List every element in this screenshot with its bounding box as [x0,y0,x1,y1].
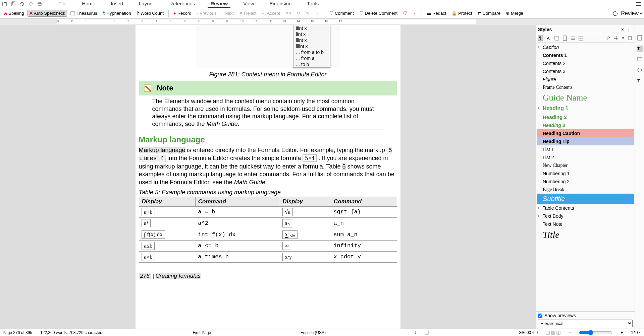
horizontal-ruler[interactable]: 3211234567891011121314151617 [57,19,476,24]
style-item-caption[interactable]: ›Caption [537,43,634,51]
zoom-slider[interactable] [579,330,612,335]
chevron-right-icon[interactable]: › [538,45,539,49]
close-icon[interactable]: × [620,27,625,32]
comment-button[interactable]: 🗨Comment [327,10,356,17]
redo-icon[interactable] [28,1,34,7]
style-item-contents-3[interactable]: Contents 3 [537,67,634,75]
character-styles-icon[interactable]: A [546,36,551,41]
style-item-text-note[interactable]: Text Note [537,220,634,228]
style-item-heading-3[interactable]: Heading 3 [537,121,634,129]
view-mode-icons[interactable] [546,331,560,335]
status-page-style[interactable]: First Page [193,330,211,335]
tab-tools[interactable]: Tools [304,0,321,8]
navigator-icon[interactable] [637,67,643,73]
dropdown-icon[interactable]: ▼ [622,37,625,40]
tab-references[interactable]: References [167,0,198,8]
word-count-button[interactable]: ⁋Word Count [135,10,166,17]
tab-file[interactable]: File [56,0,69,8]
update-style-icon[interactable] [627,36,633,41]
style-item-list-2[interactable]: List 2 [537,153,634,161]
save-icon[interactable] [2,1,7,7]
status-selection-mode-icon[interactable] [424,330,429,335]
context-menu-item[interactable]: ... from a [293,55,330,61]
context-menu-item[interactable]: llint x [293,37,330,43]
compare-button[interactable]: ⇄Compare [476,10,502,17]
context-menu-item[interactable]: ... to b [293,61,330,67]
style-item-frame-contents[interactable]: Frame Contents [537,83,634,91]
style-item-contents-2[interactable]: Contents 2 [537,59,634,67]
tab-review[interactable]: Review [208,0,230,8]
style-item-numbering-2[interactable]: Numbering 2 [537,178,634,186]
paragraph-styles-icon[interactable]: ¶ [538,36,543,41]
thesaurus-button[interactable]: Thesaurus [68,10,99,17]
chevron-right-icon[interactable]: › [538,106,539,110]
status-insert-mode[interactable]: I [415,330,416,335]
record-button[interactable]: ●Record [171,10,194,17]
tab-home[interactable]: Home [79,0,98,8]
style-item-page-break[interactable]: Page Break [537,186,634,194]
previous-button[interactable]: ‹Previous [195,10,219,17]
document-area[interactable]: iiint xlint xllint xlllint x... from a t… [0,25,536,329]
style-item-heading-2[interactable]: Heading 2 [537,113,634,121]
new-style-icon[interactable] [613,36,619,41]
review-label[interactable]: Review [621,10,639,16]
style-item-heading-1[interactable]: ›Heading 1 [537,104,634,113]
style-item-table-contents[interactable]: ›Table Contents [537,204,634,212]
tab-extension[interactable]: Extension [267,0,294,8]
status-page[interactable]: Page 276 of 395 [3,330,32,335]
protect-button[interactable]: 🔒Protect [449,10,474,17]
style-item-guide-name[interactable]: Guide Name [537,91,634,104]
redact-button[interactable]: ▬Redact [425,10,448,17]
style-item-list-1[interactable]: List 1 [537,145,634,153]
gallery-icon[interactable] [637,56,643,62]
auto-spellcheck-button[interactable]: AAuto Spellcheck [28,10,67,17]
style-item-numbering-1[interactable]: Numbering 1 [537,170,634,178]
chevron-right-icon[interactable]: › [538,206,539,210]
table-styles-icon[interactable] [578,36,584,41]
show-previews-checkbox[interactable]: Show previews [538,313,633,318]
status-words[interactable]: 122,360 words, 703,729 characters [40,330,103,335]
zoom-out-icon[interactable]: − [569,330,571,335]
context-menu-item[interactable]: iiint x [293,25,330,31]
reject-button[interactable]: ✕Reject [237,10,259,17]
style-item-contents-1[interactable]: Contents 1 [537,51,634,59]
status-zoom[interactable]: 140% [631,330,641,335]
status-language[interactable]: English (USA) [301,330,326,335]
context-menu-item[interactable]: lint x [293,31,330,37]
hamburger-icon[interactable] [635,1,642,7]
style-item-heading-caution[interactable]: Heading Caution [537,129,634,137]
tab-layout[interactable]: Layout [136,0,157,8]
hyphenation-button[interactable]: ℏHyphenation [101,10,133,17]
delete-comment-button[interactable]: 🗨Delete Comment [357,10,400,17]
manage-changes-icon[interactable]: ✎ [304,10,312,17]
track-changes-toggle-icon[interactable]: ◯ [611,10,620,17]
page-icon[interactable]: T [637,78,643,84]
style-item-title[interactable]: Title [537,228,634,242]
fill-format-icon[interactable] [605,36,611,41]
duplicate-icon[interactable] [11,1,16,7]
list-styles-icon[interactable] [570,36,576,41]
chevron-down-icon[interactable]: ▾ [640,11,642,16]
kebab-icon-2[interactable]: ⋮ [411,10,419,17]
accept-all-icon[interactable]: ⟳ [295,10,303,17]
zoom-in-icon[interactable]: + [621,330,623,335]
tab-view[interactable]: View [240,0,257,8]
accept-button[interactable]: ✓Accept [260,10,282,17]
next-button[interactable]: ›Next [220,10,236,17]
style-item-heading-tip[interactable]: Heading Tip [537,137,634,145]
kebab-icon[interactable]: ⋮ [313,10,321,17]
page-styles-icon[interactable] [562,36,568,41]
kebab-icon[interactable]: ⋮ [625,27,633,32]
style-item-text-body[interactable]: ›Text Body [537,212,634,220]
frame-styles-icon[interactable] [554,36,559,41]
context-menu-item[interactable]: lllint x [293,43,330,49]
reject-all-icon[interactable]: ✕▾ [283,10,293,17]
undo-icon[interactable] [19,1,25,7]
merge-button[interactable]: ⊕Merge [504,10,525,17]
print-icon[interactable] [37,1,42,7]
spelling-button[interactable]: ASpelling [2,10,26,17]
next-comment-icon[interactable]: 🗨 [401,10,409,17]
properties-icon[interactable] [637,35,643,41]
style-item-figure[interactable]: Figure [537,75,634,83]
styles-icon[interactable]: T [637,46,643,52]
